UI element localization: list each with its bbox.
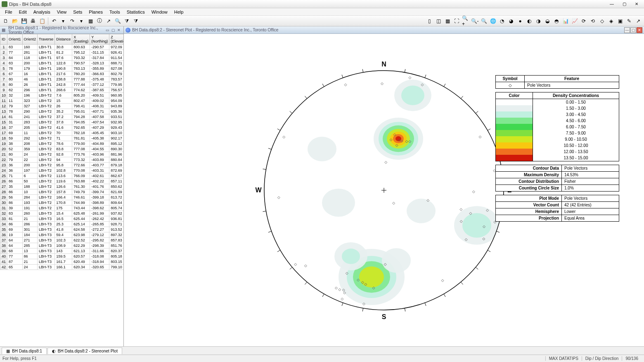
cell[interactable]: 86	[7, 179, 23, 184]
cell[interactable]: 77	[7, 50, 23, 55]
cell[interactable]: 766.09	[72, 173, 90, 179]
goto-icon[interactable]: ↗	[104, 17, 113, 25]
cell[interactable]: LBH-T2	[38, 136, 55, 141]
globe2-icon[interactable]: ◔	[498, 17, 506, 25]
cell[interactable]: 87	[7, 259, 23, 265]
cell[interactable]: 281	[22, 50, 38, 55]
cell[interactable]: LBH-T2	[38, 179, 55, 184]
col-header[interactable]: X (Easting)	[72, 34, 90, 45]
cell[interactable]: 24	[22, 152, 38, 157]
cell[interactable]: 359	[22, 147, 38, 152]
cell[interactable]: 11	[22, 130, 38, 136]
row-id[interactable]: 34	[0, 222, 7, 227]
cell[interactable]: 624.58	[72, 227, 90, 232]
cell[interactable]: 69	[7, 227, 23, 232]
cell[interactable]: -328.13	[90, 61, 109, 66]
cell[interactable]: 770.08	[72, 168, 90, 173]
cell[interactable]: 78.6	[55, 141, 72, 147]
cell[interactable]: 803.15	[109, 259, 123, 265]
table-row[interactable]: 3569301LBH-T341.8624.58-272.27913.5269.3	[0, 227, 124, 232]
cell[interactable]: 743.44	[72, 206, 90, 211]
cell[interactable]: LBH-T2	[38, 189, 55, 195]
cell[interactable]: LBH-T2	[38, 147, 55, 152]
cell[interactable]: LBH-T2	[38, 104, 55, 109]
cell[interactable]: -399.18	[90, 195, 109, 200]
cell[interactable]: 954.09	[109, 98, 123, 104]
cell[interactable]: 821.69	[109, 189, 123, 195]
cell[interactable]: 929.43	[109, 125, 123, 130]
cell[interactable]: 196	[22, 93, 38, 98]
row-id[interactable]: 35	[0, 227, 7, 232]
cell[interactable]: 26	[22, 82, 38, 88]
row-id[interactable]: 12	[0, 104, 7, 109]
cell[interactable]: 80	[7, 77, 23, 82]
menu-sets[interactable]: Sets	[70, 9, 85, 15]
table-row[interactable]: 88026LBH-T1242.8777.44-377.12779.9592.4	[0, 82, 124, 88]
table-row[interactable]: 3619184LBH-T359.4623.98-279.12897.3285.1	[0, 232, 124, 238]
cell[interactable]: 805.20	[72, 93, 90, 98]
cell[interactable]: 773.76	[72, 152, 90, 157]
cell[interactable]: 160	[22, 45, 38, 50]
cell[interactable]: 622.29	[72, 243, 90, 248]
cell[interactable]: -311.15	[90, 50, 109, 55]
cell[interactable]: 108.9	[55, 243, 72, 248]
cell[interactable]: 25.3	[55, 222, 72, 227]
cell[interactable]: -317.84	[90, 55, 109, 61]
cell[interactable]: LBH-T2	[38, 195, 55, 200]
cell[interactable]: 926.41	[109, 50, 123, 55]
cell[interactable]: 802.47	[72, 98, 90, 104]
cell[interactable]: 913.52	[109, 227, 123, 232]
cell[interactable]: 86	[22, 254, 38, 259]
plot-close-button[interactable]: ✕	[637, 27, 642, 33]
cell[interactable]: 50	[22, 179, 38, 184]
cell[interactable]: -290.57	[90, 45, 109, 50]
row-id[interactable]: 3	[0, 55, 7, 61]
table-row[interactable]: 1938208LBH-T278.6779.00-404.89895.1293.7	[0, 141, 124, 147]
row-id[interactable]: 30	[0, 200, 7, 206]
cell[interactable]: 895.12	[109, 141, 123, 147]
cell[interactable]: -366.83	[90, 71, 109, 77]
table-row[interactable]: 268650LBH-T2119.6763.88-402.22857.1166.8	[0, 179, 124, 184]
cell[interactable]: 283	[22, 120, 38, 125]
cell[interactable]: 21	[22, 216, 38, 222]
cell[interactable]: 903.10	[109, 130, 123, 136]
cell[interactable]: 41.6	[55, 125, 72, 130]
cell[interactable]: 13	[22, 248, 38, 254]
row-id[interactable]: 38	[0, 243, 7, 248]
cell[interactable]: LBH-T3	[38, 216, 55, 222]
copy-icon[interactable]: 📋	[38, 17, 46, 25]
cell[interactable]: -320.65	[90, 265, 109, 270]
cell[interactable]: 872.69	[109, 168, 123, 173]
cell[interactable]: 170.8	[55, 200, 72, 206]
cell[interactable]: 777.88	[72, 77, 90, 82]
globe6-icon[interactable]: ◑	[534, 17, 542, 25]
col-header[interactable]: Traverse	[38, 34, 55, 45]
col-header[interactable]: Orient1	[7, 34, 23, 45]
plot-area[interactable]: NESW Symbol Feature ◇ Pole Vectors Color	[124, 34, 644, 346]
cell[interactable]: LBH-T1	[38, 55, 55, 61]
cell[interactable]: 37	[7, 125, 23, 130]
new-icon[interactable]: 🗋	[2, 17, 10, 25]
cell[interactable]: 851.76	[109, 243, 123, 248]
cell[interactable]: 301	[22, 227, 38, 232]
cell[interactable]: -265.85	[90, 222, 109, 227]
cell[interactable]: 790.57	[72, 61, 90, 66]
cell[interactable]: 625.14	[72, 222, 90, 227]
cell[interactable]: -375.48	[90, 77, 109, 82]
row-id[interactable]: 2	[0, 50, 7, 55]
globe8-icon[interactable]: ◓	[552, 17, 561, 25]
cell[interactable]: 69	[7, 130, 23, 136]
cell[interactable]: 77	[7, 254, 23, 259]
cell[interactable]: 6	[22, 173, 38, 179]
plot-min-button[interactable]: —	[624, 27, 630, 33]
row-id[interactable]: 11	[0, 98, 7, 104]
row-id[interactable]: 9	[0, 88, 7, 93]
cell[interactable]: 26	[55, 104, 72, 109]
row-id[interactable]: 33	[0, 216, 7, 222]
menu-file[interactable]: File	[2, 9, 16, 15]
row-id[interactable]: 32	[0, 211, 7, 216]
cell[interactable]: LBH-T3	[38, 248, 55, 254]
table-row[interactable]: 426524LBH-T3166.1620.34-320.65799.1068.2	[0, 265, 124, 270]
panel-min-button[interactable]: ▭	[104, 27, 110, 33]
cell[interactable]: 744.99	[72, 200, 90, 206]
